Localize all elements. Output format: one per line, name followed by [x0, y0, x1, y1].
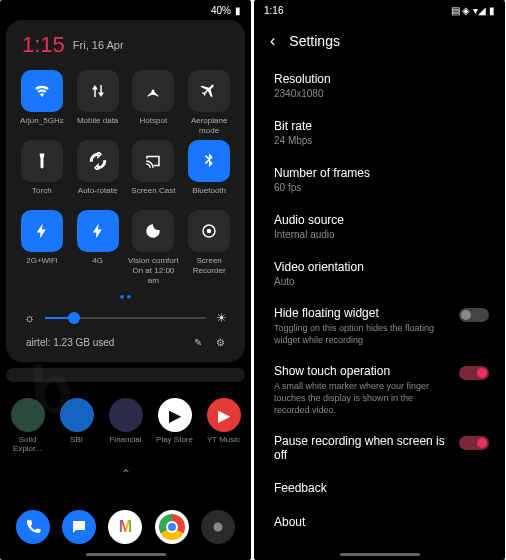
- qs-tile-button[interactable]: [77, 140, 119, 182]
- qs-tile-label: Vision comfortOn at 12:00 am: [128, 256, 180, 286]
- qs-tile-label: 4G: [92, 256, 103, 276]
- footer-list: FeedbackAbout: [254, 471, 505, 539]
- app-Solid Explor...[interactable]: Solid Explor...: [6, 398, 49, 453]
- setting-label: Number of frames: [274, 166, 485, 180]
- qs-tile-button[interactable]: [77, 210, 119, 252]
- footer-about[interactable]: About: [254, 505, 505, 539]
- toggle-pause-recording-when-screen-is-off: Pause recording when screen is off: [254, 425, 505, 471]
- qs-tile-button[interactable]: [21, 210, 63, 252]
- svg-point-2: [207, 229, 212, 234]
- gesture-bar[interactable]: [340, 553, 420, 556]
- toggle-label: Show touch operation: [274, 364, 449, 378]
- footer-label: Feedback: [274, 481, 485, 495]
- qs-tile-label: Hotspot: [140, 116, 168, 136]
- app-Play Store[interactable]: ▶Play Store: [153, 398, 196, 453]
- dock-app-phone[interactable]: [16, 510, 50, 544]
- page-indicator[interactable]: ● ●: [14, 286, 237, 307]
- setting-number-of-frames[interactable]: Number of frames60 fps: [254, 156, 505, 203]
- dock-app-gmail[interactable]: M: [108, 510, 142, 544]
- toggle-switch[interactable]: [459, 308, 489, 322]
- dock-app-msg[interactable]: [62, 510, 96, 544]
- quick-settings-panel: 1:15 Fri, 16 Apr Arjun_5GHzMobile dataHo…: [6, 20, 245, 362]
- app-label: Play Store: [156, 435, 193, 444]
- notification-card[interactable]: [6, 368, 245, 382]
- setting-audio-source[interactable]: Audio sourceInternal audio: [254, 203, 505, 250]
- qs-tile-button[interactable]: [188, 70, 230, 112]
- brightness-slider[interactable]: [45, 317, 206, 319]
- qs-tile-data: Mobile data: [72, 70, 124, 136]
- setting-label: Resolution: [274, 72, 485, 86]
- setting-bit-rate[interactable]: Bit rate24 Mbps: [254, 109, 505, 156]
- app-SBI[interactable]: SBI: [55, 398, 98, 453]
- qs-tile-button[interactable]: [132, 210, 174, 252]
- app-YT Music[interactable]: ▶YT Music: [202, 398, 245, 453]
- qs-tile-grid: Arjun_5GHzMobile dataHotspotAeroplane mo…: [14, 70, 237, 286]
- qs-tile-button[interactable]: [21, 70, 63, 112]
- dock-icon: [201, 510, 235, 544]
- status-bar-left: 40% ▮: [0, 0, 251, 20]
- svg-point-3: [213, 523, 222, 532]
- clock-time: 1:15: [22, 32, 65, 58]
- setting-label: Audio source: [274, 213, 485, 227]
- dock-icon: [16, 510, 50, 544]
- edit-icon[interactable]: ✎: [194, 337, 202, 348]
- data-usage-row: airtel: 1.23 GB used ✎ ⚙: [14, 329, 237, 350]
- footer-feedback[interactable]: Feedback: [254, 471, 505, 505]
- status-time: 1:16: [264, 5, 283, 16]
- qs-tile-wifi: Arjun_5GHz: [16, 70, 68, 136]
- qs-tile-label: Screen Recorder: [183, 256, 235, 276]
- toggle-switch[interactable]: [459, 436, 489, 450]
- setting-resolution[interactable]: Resolution2340x1080: [254, 62, 505, 109]
- qs-tile-button[interactable]: [132, 70, 174, 112]
- back-icon[interactable]: ‹: [270, 32, 275, 50]
- drawer-chevron-up-icon[interactable]: ⌃: [0, 463, 251, 485]
- qs-tile-button[interactable]: [188, 140, 230, 182]
- gesture-bar[interactable]: [86, 553, 166, 556]
- qs-tile-rotate: Auto-rotate: [72, 140, 124, 206]
- setting-value: 2340x1080: [274, 88, 485, 99]
- dock-icon: M: [108, 510, 142, 544]
- qs-tile-button[interactable]: [21, 140, 63, 182]
- qs-tile-label: Mobile data: [77, 116, 118, 136]
- setting-value: Internal audio: [274, 229, 485, 240]
- qs-tile-label: Screen Cast: [131, 186, 175, 206]
- app-label: YT Music: [207, 435, 240, 444]
- setting-video-orientation[interactable]: Video orientationAuto: [254, 250, 505, 297]
- qs-tile-plane: Aeroplane mode: [183, 70, 235, 136]
- setting-label: Bit rate: [274, 119, 485, 133]
- qs-tile-button[interactable]: [188, 210, 230, 252]
- qs-tile-record: Screen Recorder: [183, 210, 235, 286]
- app-icon: ▶: [158, 398, 192, 432]
- status-bar-right: 1:16 ▤ ◈ ▾◢ ▮: [254, 0, 505, 20]
- qs-tile-moon: Vision comfortOn at 12:00 am: [128, 210, 180, 286]
- app-icon: [109, 398, 143, 432]
- qs-tile-torch: Torch: [16, 140, 68, 206]
- app-icon: ▶: [207, 398, 241, 432]
- dock-icon: [62, 510, 96, 544]
- toggle-show-touch-operation: Show touch operationA small white marker…: [254, 355, 505, 425]
- dock-app-camera[interactable]: [201, 510, 235, 544]
- settings-list: Resolution2340x1080Bit rate24 MbpsNumber…: [254, 62, 505, 297]
- qs-tile-label: Arjun_5GHz: [20, 116, 64, 136]
- gear-icon[interactable]: ⚙: [216, 337, 225, 348]
- toggle-switch[interactable]: [459, 366, 489, 380]
- qs-tile-button[interactable]: [132, 140, 174, 182]
- app-icon: [60, 398, 94, 432]
- app-Financial[interactable]: Financial: [104, 398, 147, 453]
- dock: M: [0, 510, 251, 544]
- app-label: SBI: [70, 435, 83, 444]
- toggle-list: Hide floating widgetToggling on this opt…: [254, 297, 505, 471]
- qs-tile-button[interactable]: [77, 70, 119, 112]
- dock-app-chrome[interactable]: [155, 510, 189, 544]
- setting-value: 24 Mbps: [274, 135, 485, 146]
- setting-label: Video orientation: [274, 260, 485, 274]
- qs-tile-label: 2G+WiFi: [26, 256, 57, 276]
- right-phone-recorder-settings: 1:16 ▤ ◈ ▾◢ ▮ ‹ Settings Resolution2340x…: [254, 0, 505, 560]
- left-phone-quick-settings: b 40% ▮ 1:15 Fri, 16 Apr Arjun_5GHzMobil…: [0, 0, 251, 560]
- setting-value: 60 fps: [274, 182, 485, 193]
- settings-title: Settings: [289, 33, 340, 49]
- qs-tile-hotspot: Hotspot: [128, 70, 180, 136]
- toggle-hide-floating-widget: Hide floating widgetToggling on this opt…: [254, 297, 505, 355]
- qs-tile-bt: Bluetooth: [183, 140, 235, 206]
- qs-tile-label: Auto-rotate: [78, 186, 118, 206]
